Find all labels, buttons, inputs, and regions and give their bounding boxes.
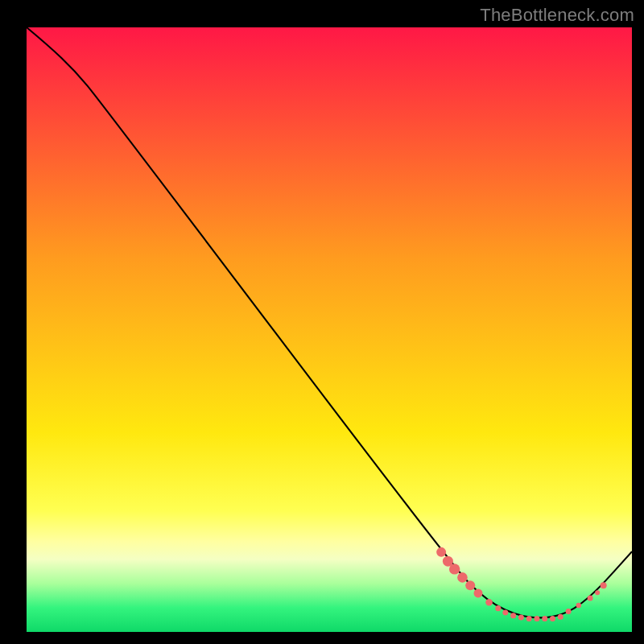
data-marker	[601, 582, 607, 588]
data-marker	[485, 599, 493, 606]
data-marker	[576, 603, 581, 608]
data-marker	[465, 580, 475, 590]
data-marker	[542, 616, 547, 621]
data-marker	[473, 588, 482, 597]
data-marker	[518, 614, 524, 620]
data-marker	[457, 572, 468, 583]
bottleneck-chart	[0, 0, 644, 644]
data-marker	[595, 590, 600, 595]
data-marker	[558, 614, 564, 620]
data-marker	[534, 616, 539, 621]
data-marker	[588, 595, 593, 601]
watermark-text: TheBottleneck.com	[480, 5, 634, 26]
data-marker	[550, 616, 555, 621]
data-marker	[510, 613, 516, 618]
data-marker	[449, 564, 460, 574]
plot-background	[27, 27, 632, 632]
data-marker	[495, 605, 501, 611]
data-marker	[436, 547, 446, 557]
data-marker	[566, 609, 572, 614]
chart-stage: TheBottleneck.com	[0, 0, 644, 644]
data-marker	[502, 609, 508, 615]
data-marker	[526, 616, 532, 621]
